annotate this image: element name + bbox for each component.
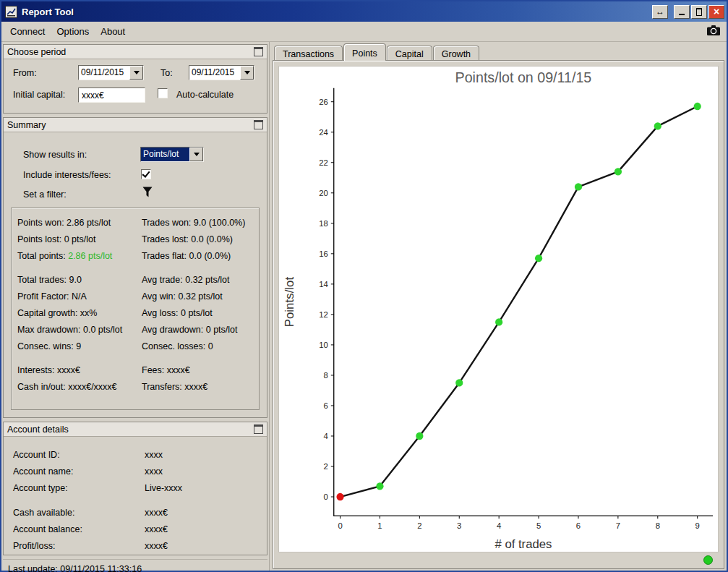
svg-text:Points/lot on 09/11/15: Points/lot on 09/11/15 [455, 69, 592, 85]
stat-cell: Max drawdown: 0.0 pts/lot [14, 325, 142, 335]
summary-header: Summary [4, 118, 267, 132]
account-row: Cash available:xxxx€ [13, 504, 267, 521]
svg-text:Points/lot: Points/lot [283, 277, 296, 328]
svg-text:1: 1 [377, 521, 382, 530]
include-interests-label: Include interests/fees: [23, 170, 111, 180]
stat-cell: Avg drawdown: 0 pts/lot [142, 325, 238, 335]
filter-icon[interactable] [142, 186, 153, 198]
svg-text:10: 10 [319, 341, 328, 349]
stat-cell: Avg trade: 0.32 pts/lot [142, 275, 229, 285]
main-content: Choose period From: 09/11/2015 To: 09/11… [1, 42, 727, 571]
menu-item-connect[interactable]: Connect [4, 23, 51, 40]
svg-text:18: 18 [319, 219, 328, 228]
tab-capital[interactable]: Capital [387, 46, 432, 60]
tab-transactions[interactable]: Transactions [274, 46, 343, 60]
svg-text:4: 4 [497, 521, 501, 530]
show-results-select[interactable]: Points/lot [140, 147, 204, 162]
app-window: Report Tool ↔ × ConnectOptionsAbout C [0, 0, 728, 572]
choose-period-title: Choose period [7, 47, 66, 57]
to-date-dropdown-button[interactable] [240, 66, 254, 80]
connection-status-indicator [703, 555, 713, 565]
right-panel: TransactionsPointsCapitalGrowth Points/l… [270, 42, 727, 571]
maximize-button[interactable] [691, 5, 707, 19]
stat-cell: Consec. wins: 9 [14, 341, 142, 351]
close-button[interactable]: × [708, 5, 724, 19]
svg-text:9: 9 [695, 521, 700, 530]
float-panel-icon[interactable] [254, 47, 263, 56]
from-date-dropdown-button[interactable] [129, 66, 143, 80]
svg-text:2: 2 [324, 462, 328, 471]
initial-capital-label: Initial capital: [13, 90, 65, 100]
detach-icon: ↔ [656, 7, 664, 16]
from-label: From: [13, 68, 37, 78]
svg-text:7: 7 [616, 521, 620, 530]
camera-icon[interactable] [706, 25, 721, 36]
to-date-value: 09/11/2015 [189, 66, 240, 80]
stat-cell: Consec. losses: 0 [142, 341, 213, 351]
account-details-section: Account details Account ID:xxxxAccount n… [3, 422, 267, 555]
account-row: Profit/loss:xxxx€ [13, 537, 267, 554]
maximize-icon [696, 8, 702, 16]
chart-panel: Points/lot on 09/11/15024681012141618202… [273, 60, 724, 569]
svg-text:6: 6 [576, 521, 581, 530]
svg-text:22: 22 [319, 158, 328, 167]
summary-body: Show results in: Points/lot Include inte… [4, 132, 267, 417]
show-results-dropdown-button[interactable] [189, 148, 203, 161]
auto-calculate-checkbox[interactable] [158, 88, 168, 98]
choose-period-section: Choose period From: 09/11/2015 To: 09/11… [3, 44, 267, 114]
menu-item-options[interactable]: Options [51, 23, 95, 40]
svg-text:3: 3 [457, 521, 461, 530]
tab-growth[interactable]: Growth [433, 46, 479, 60]
chart-area: Points/lot on 09/11/15024681012141618202… [278, 66, 719, 552]
svg-text:16: 16 [319, 249, 328, 258]
summary-title: Summary [7, 120, 46, 130]
menu-item-about[interactable]: About [95, 23, 131, 40]
menu-bar: ConnectOptionsAbout [1, 22, 727, 42]
set-filter-label: Set a filter: [23, 189, 67, 200]
to-date-select[interactable]: 09/11/2015 [189, 65, 254, 80]
stats-box: Points won: 2.86 pts/lotTrades won: 9.0 … [11, 208, 260, 410]
stat-cell: Total trades: 9.0 [14, 275, 142, 285]
stats-row: Points lost: 0 pts/lotTrades lost: 0.0 (… [14, 231, 256, 247]
account-row: Account name:xxxx [13, 463, 267, 479]
stat-cell: Fees: xxxx€ [142, 365, 190, 375]
float-panel-icon[interactable] [254, 120, 263, 129]
tab-points[interactable]: Points [343, 43, 386, 61]
svg-text:12: 12 [319, 310, 328, 319]
svg-text:5: 5 [536, 521, 541, 530]
stat-cell: Interests: xxxx€ [14, 365, 142, 375]
stats-row: Total trades: 9.0Avg trade: 0.32 pts/lot [14, 271, 256, 288]
account-details-header: Account details [4, 422, 267, 437]
chevron-down-icon [134, 71, 140, 74]
menu-bar-items: ConnectOptionsAbout [4, 23, 131, 40]
summary-section: Summary Show results in: Points/lot Incl… [3, 117, 267, 418]
tab-bar: TransactionsPointsCapitalGrowth [273, 43, 724, 61]
title-bar: Report Tool ↔ × [1, 1, 727, 22]
svg-text:0: 0 [338, 521, 342, 530]
stat-cell: Points won: 2.86 pts/lot [14, 218, 142, 228]
choose-period-body: From: 09/11/2015 To: 09/11/2015 Initial … [4, 59, 267, 113]
stats-row: Consec. wins: 9Consec. losses: 0 [14, 338, 256, 354]
float-panel-icon[interactable] [254, 424, 263, 434]
chevron-down-icon [194, 153, 200, 156]
from-date-select[interactable]: 09/11/2015 [78, 65, 144, 80]
svg-text:14: 14 [319, 280, 328, 289]
svg-text:26: 26 [319, 98, 328, 106]
check-icon [142, 169, 150, 178]
stats-row: Points won: 2.86 pts/lotTrades won: 9.0 … [14, 214, 256, 231]
from-date-value: 09/11/2015 [79, 66, 129, 80]
svg-text:8: 8 [656, 521, 660, 530]
account-row: Account type:Live-xxxx [13, 479, 267, 496]
minimize-button[interactable] [674, 5, 690, 19]
initial-capital-input[interactable] [78, 87, 145, 103]
stats-row: Max drawdown: 0.0 pts/lotAvg drawdown: 0… [14, 321, 256, 338]
stat-cell: Avg win: 0.32 pts/lot [142, 291, 223, 302]
include-interests-checkbox[interactable] [141, 169, 151, 179]
stat-cell: Cash in/out: xxxx€/xxxx€ [14, 382, 142, 392]
detach-button[interactable]: ↔ [652, 5, 668, 19]
svg-text:24: 24 [319, 128, 328, 137]
show-results-label: Show results in: [23, 150, 87, 160]
to-label: To: [160, 68, 173, 78]
svg-text:20: 20 [319, 189, 328, 197]
points-chart: Points/lot on 09/11/15024681012141618202… [279, 67, 718, 552]
